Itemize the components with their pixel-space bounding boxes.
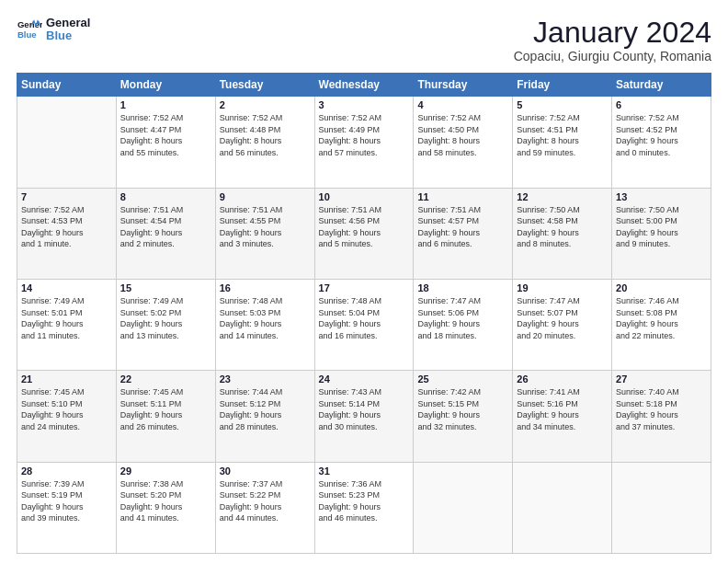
day-info: Sunrise: 7:50 AM Sunset: 5:00 PM Dayligh… xyxy=(616,204,707,250)
day-number: 12 xyxy=(517,191,608,202)
day-cell: 10Sunrise: 7:51 AM Sunset: 4:56 PM Dayli… xyxy=(314,188,414,279)
day-info: Sunrise: 7:52 AM Sunset: 4:49 PM Dayligh… xyxy=(319,112,410,158)
day-info: Sunrise: 7:49 AM Sunset: 5:02 PM Dayligh… xyxy=(120,295,211,341)
day-number: 30 xyxy=(220,465,311,477)
day-cell: 29Sunrise: 7:38 AM Sunset: 5:20 PM Dayli… xyxy=(116,462,215,553)
day-cell: 27Sunrise: 7:40 AM Sunset: 5:18 PM Dayli… xyxy=(612,371,711,462)
day-number: 19 xyxy=(517,282,608,293)
calendar-body: 1Sunrise: 7:52 AM Sunset: 4:47 PM Daylig… xyxy=(17,97,711,554)
day-cell: 31Sunrise: 7:36 AM Sunset: 5:23 PM Dayli… xyxy=(314,462,414,553)
day-info: Sunrise: 7:39 AM Sunset: 5:19 PM Dayligh… xyxy=(21,478,112,524)
day-cell: 23Sunrise: 7:44 AM Sunset: 5:12 PM Dayli… xyxy=(215,371,314,462)
day-number: 8 xyxy=(120,191,211,202)
day-number: 26 xyxy=(517,373,608,385)
week-row-4: 21Sunrise: 7:45 AM Sunset: 5:10 PM Dayli… xyxy=(17,371,711,462)
column-header-sunday: Sunday xyxy=(17,74,117,97)
day-cell: 15Sunrise: 7:49 AM Sunset: 5:02 PM Dayli… xyxy=(116,279,215,370)
column-header-saturday: Saturday xyxy=(612,74,711,97)
week-row-5: 28Sunrise: 7:39 AM Sunset: 5:19 PM Dayli… xyxy=(17,462,711,553)
day-info: Sunrise: 7:48 AM Sunset: 5:04 PM Dayligh… xyxy=(319,295,410,341)
day-cell: 7Sunrise: 7:52 AM Sunset: 4:53 PM Daylig… xyxy=(17,188,117,279)
day-cell: 6Sunrise: 7:52 AM Sunset: 4:52 PM Daylig… xyxy=(612,97,711,188)
day-number: 18 xyxy=(417,282,508,293)
week-row-2: 7Sunrise: 7:52 AM Sunset: 4:53 PM Daylig… xyxy=(17,188,711,279)
day-cell: 18Sunrise: 7:47 AM Sunset: 5:06 PM Dayli… xyxy=(414,279,513,370)
day-cell: 11Sunrise: 7:51 AM Sunset: 4:57 PM Dayli… xyxy=(414,188,513,279)
day-number: 5 xyxy=(517,99,608,110)
calendar-page: General Blue General Blue January 2024 C… xyxy=(0,0,728,563)
day-info: Sunrise: 7:52 AM Sunset: 4:47 PM Dayligh… xyxy=(120,112,211,158)
logo-text-block: General Blue xyxy=(46,17,90,43)
calendar-title: January 2024 xyxy=(514,17,711,49)
logo-line2: Blue xyxy=(46,29,90,42)
day-number: 24 xyxy=(319,373,410,385)
day-cell: 28Sunrise: 7:39 AM Sunset: 5:19 PM Dayli… xyxy=(17,462,117,553)
day-cell xyxy=(612,462,711,553)
week-row-3: 14Sunrise: 7:49 AM Sunset: 5:01 PM Dayli… xyxy=(17,279,711,370)
day-number: 16 xyxy=(220,282,311,293)
day-info: Sunrise: 7:50 AM Sunset: 4:58 PM Dayligh… xyxy=(517,204,608,250)
day-cell: 9Sunrise: 7:51 AM Sunset: 4:55 PM Daylig… xyxy=(215,188,314,279)
day-cell: 14Sunrise: 7:49 AM Sunset: 5:01 PM Dayli… xyxy=(17,279,117,370)
day-info: Sunrise: 7:52 AM Sunset: 4:51 PM Dayligh… xyxy=(517,112,608,158)
column-header-thursday: Thursday xyxy=(414,74,513,97)
day-number: 1 xyxy=(120,99,211,110)
day-number: 7 xyxy=(21,191,112,202)
day-number: 15 xyxy=(120,282,211,293)
day-cell: 8Sunrise: 7:51 AM Sunset: 4:54 PM Daylig… xyxy=(116,188,215,279)
day-info: Sunrise: 7:51 AM Sunset: 4:57 PM Dayligh… xyxy=(417,204,508,250)
day-number: 29 xyxy=(120,465,211,477)
day-cell xyxy=(17,97,117,188)
day-info: Sunrise: 7:47 AM Sunset: 5:06 PM Dayligh… xyxy=(417,295,508,341)
day-cell xyxy=(414,462,513,553)
day-number: 4 xyxy=(417,99,508,110)
day-cell: 5Sunrise: 7:52 AM Sunset: 4:51 PM Daylig… xyxy=(513,97,612,188)
day-cell: 30Sunrise: 7:37 AM Sunset: 5:22 PM Dayli… xyxy=(215,462,314,553)
day-cell: 3Sunrise: 7:52 AM Sunset: 4:49 PM Daylig… xyxy=(314,97,414,188)
day-info: Sunrise: 7:51 AM Sunset: 4:55 PM Dayligh… xyxy=(220,204,311,250)
day-info: Sunrise: 7:42 AM Sunset: 5:15 PM Dayligh… xyxy=(417,386,508,432)
day-number: 31 xyxy=(319,465,410,477)
calendar-table: SundayMondayTuesdayWednesdayThursdayFrid… xyxy=(17,73,711,554)
day-info: Sunrise: 7:49 AM Sunset: 5:01 PM Dayligh… xyxy=(21,295,112,341)
calendar-header: SundayMondayTuesdayWednesdayThursdayFrid… xyxy=(17,74,711,97)
day-cell: 22Sunrise: 7:45 AM Sunset: 5:11 PM Dayli… xyxy=(116,371,215,462)
header-row: SundayMondayTuesdayWednesdayThursdayFrid… xyxy=(17,74,711,97)
day-info: Sunrise: 7:51 AM Sunset: 4:54 PM Dayligh… xyxy=(120,204,211,250)
day-number: 20 xyxy=(616,282,707,293)
day-cell: 25Sunrise: 7:42 AM Sunset: 5:15 PM Dayli… xyxy=(414,371,513,462)
day-info: Sunrise: 7:52 AM Sunset: 4:50 PM Dayligh… xyxy=(417,112,508,158)
logo: General Blue General Blue xyxy=(17,17,90,43)
day-cell: 24Sunrise: 7:43 AM Sunset: 5:14 PM Dayli… xyxy=(314,371,414,462)
day-cell: 12Sunrise: 7:50 AM Sunset: 4:58 PM Dayli… xyxy=(513,188,612,279)
day-number: 21 xyxy=(21,373,112,385)
day-info: Sunrise: 7:40 AM Sunset: 5:18 PM Dayligh… xyxy=(616,386,707,432)
day-number: 25 xyxy=(417,373,508,385)
day-info: Sunrise: 7:47 AM Sunset: 5:07 PM Dayligh… xyxy=(517,295,608,341)
column-header-monday: Monday xyxy=(116,74,215,97)
calendar-subtitle: Copaciu, Giurgiu County, Romania xyxy=(514,49,711,63)
day-number: 6 xyxy=(616,99,707,110)
day-info: Sunrise: 7:52 AM Sunset: 4:48 PM Dayligh… xyxy=(220,112,311,158)
day-cell xyxy=(513,462,612,553)
svg-text:Blue: Blue xyxy=(17,29,37,40)
day-cell: 1Sunrise: 7:52 AM Sunset: 4:47 PM Daylig… xyxy=(116,97,215,188)
week-row-1: 1Sunrise: 7:52 AM Sunset: 4:47 PM Daylig… xyxy=(17,97,711,188)
day-number: 10 xyxy=(319,191,410,202)
day-number: 3 xyxy=(319,99,410,110)
column-header-friday: Friday xyxy=(513,74,612,97)
day-info: Sunrise: 7:48 AM Sunset: 5:03 PM Dayligh… xyxy=(220,295,311,341)
day-cell: 2Sunrise: 7:52 AM Sunset: 4:48 PM Daylig… xyxy=(215,97,314,188)
day-cell: 20Sunrise: 7:46 AM Sunset: 5:08 PM Dayli… xyxy=(612,279,711,370)
column-header-wednesday: Wednesday xyxy=(314,74,414,97)
logo-icon: General Blue xyxy=(17,17,42,42)
day-number: 9 xyxy=(220,191,311,202)
logo-line1: General xyxy=(46,17,90,29)
day-info: Sunrise: 7:46 AM Sunset: 5:08 PM Dayligh… xyxy=(616,295,707,341)
day-cell: 26Sunrise: 7:41 AM Sunset: 5:16 PM Dayli… xyxy=(513,371,612,462)
day-cell: 13Sunrise: 7:50 AM Sunset: 5:00 PM Dayli… xyxy=(612,188,711,279)
day-info: Sunrise: 7:45 AM Sunset: 5:11 PM Dayligh… xyxy=(120,386,211,432)
day-number: 27 xyxy=(616,373,707,385)
day-number: 22 xyxy=(120,373,211,385)
day-number: 23 xyxy=(220,373,311,385)
